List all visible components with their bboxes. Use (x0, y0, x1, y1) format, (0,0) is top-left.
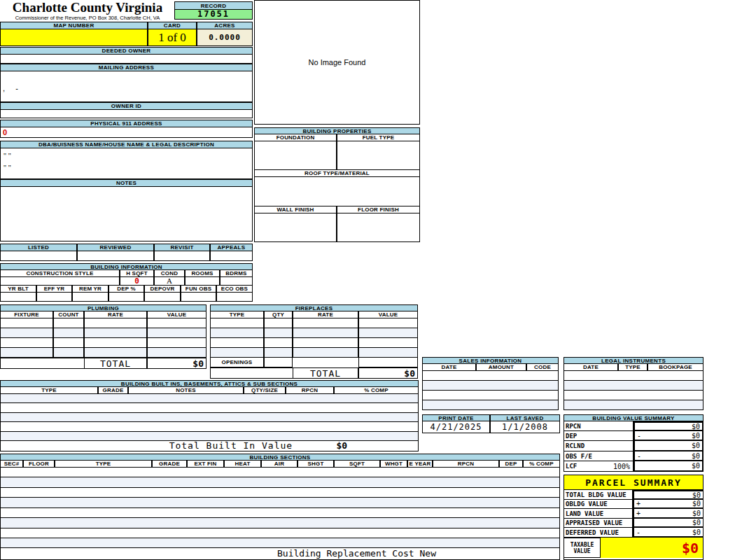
review-header-listed: LISTED (0, 244, 77, 251)
parcel-id-block: MAP NUMBER CARD ACRES 1 of 0 0.0000 (0, 22, 253, 46)
wall-finish-header: WALL FINISH (254, 206, 337, 214)
parcel-row-appraised: APPRAISED VALUE $0 (564, 519, 703, 528)
physical-911-header: PHYSICAL 911 ADDRESS (0, 120, 253, 127)
card-value: 1 of 0 (148, 29, 197, 46)
fireplaces-col-rate: RATE (293, 312, 358, 318)
parcel-value: $0 (692, 510, 701, 517)
no-image-text: No Image Found (309, 58, 366, 66)
funobs-value (181, 293, 216, 302)
county-title: Charlotte County Virginia (1, 1, 174, 15)
fireplaces-openings-value (264, 358, 293, 368)
bvs-value: $0 (692, 442, 700, 449)
depovr-value (144, 293, 181, 302)
bs-col-type: TYPE (55, 461, 152, 468)
dba-header: DBA/BUISNESS NAME/HOUSE NAME & LEGAL DES… (0, 141, 253, 148)
mailing-address-value: , - (0, 71, 253, 102)
plumbing-title: PLUMBING (0, 304, 206, 312)
fireplaces-table: FIREPLACES TYPE QTY RATE VALUE OPENINGS … (210, 304, 418, 379)
table-row (0, 403, 419, 413)
table-row (564, 400, 704, 410)
table-row (0, 538, 560, 548)
legal-col-date: DATE (564, 364, 618, 371)
bvs-value: $0 (692, 462, 700, 470)
table-row (210, 318, 418, 328)
sales-col-date: DATE (422, 364, 476, 371)
fireplaces-total-label: TOTAL (293, 368, 358, 379)
rooms-header: ROOMS (185, 270, 220, 277)
fireplaces-openings-label: OPENINGS (210, 358, 264, 368)
owner-id-value (0, 110, 253, 118)
review-value-revisit (154, 251, 210, 261)
building-sections-title: BUILDING SECTIONS (0, 454, 560, 461)
parcel-value: $0 (692, 500, 701, 507)
built-ins-col-pcomp: % COMP (334, 387, 419, 394)
bs-col-whgt: WHGT (380, 461, 407, 468)
physical-911-value: 0 (0, 127, 253, 138)
mailing-address-header: MAILING ADDRESS (0, 64, 253, 71)
table-row (564, 381, 704, 391)
construction-style-header: CONSTRUCTION STYLE (0, 270, 120, 277)
dba-line: '' '' (4, 162, 252, 174)
parcel-label: LAND VALUE (564, 509, 633, 519)
bdrms-header: BDRMS (220, 270, 253, 277)
built-ins-total-value: $0 (333, 441, 418, 451)
plumbing-total-value: $0 (147, 358, 206, 369)
bs-col-shgt: SHGT (298, 461, 334, 468)
ecoobs-value (216, 293, 253, 302)
bs-col-dep: DEP (499, 461, 523, 468)
table-row (0, 508, 560, 518)
building-value-summary-title: BUILDING VALUE SUMMARY (564, 414, 704, 421)
table-row (0, 488, 560, 498)
review-value-listed (0, 251, 77, 261)
deppct-header: DEP % (108, 286, 144, 293)
taxable-value-label: TAXABLE VALUE (564, 538, 601, 558)
built-ins-col-type: TYPE (0, 387, 98, 394)
sales-col-amount: AMOUNT (476, 364, 526, 371)
yrblt-header: YR BLT (0, 286, 36, 293)
table-row (0, 498, 560, 508)
dba-line: '' '' (4, 150, 252, 162)
plumbing-total-row: TOTAL $0 (0, 358, 206, 369)
bvs-row-lcf: LCF 100% $0 (564, 461, 704, 472)
parcel-row-deferred: DEFERRED VALUE - $0 (564, 528, 703, 538)
built-ins-col-grade: GRADE (98, 387, 128, 394)
sales-col-code: CODE (526, 364, 559, 371)
parcel-row-land: LAND VALUE + $0 (564, 509, 703, 519)
bs-col-sec: SEC# (0, 461, 23, 468)
dba-area: '' '' '' '' (0, 148, 253, 179)
building-sections-footer-row: Building Replacement Cost New (0, 548, 560, 560)
yrblt-value (0, 293, 36, 302)
bs-col-extfin: EXT FIN (187, 461, 224, 468)
table-row (210, 338, 418, 348)
review-value-reviewed (77, 251, 154, 261)
review-header-appeals: APPEALS (210, 244, 253, 251)
building-replacement-cost-label: Building Replacement Cost New (1, 548, 559, 559)
foundation-value (254, 141, 337, 170)
table-row (422, 381, 559, 391)
record-box: RECORD 17051 (174, 1, 253, 20)
deeded-owner-value (0, 55, 253, 64)
roof-value (254, 177, 420, 206)
bs-col-heat: HEAT (224, 461, 261, 468)
record-value: 17051 (174, 10, 253, 20)
built-ins-col-notes: NOTES (128, 387, 244, 394)
bvs-row-rclnd: RCLND $0 (564, 441, 704, 451)
property-photo-placeholder: No Image Found (254, 0, 420, 125)
county-subtitle: Commissioner of the Revenue, PO Box 308,… (1, 15, 174, 21)
fuel-type-header: FUEL TYPE (337, 134, 420, 141)
bvs-row-dep: DEP - $0 (564, 431, 704, 441)
building-properties-title: BUILDING PROPERTIES (254, 127, 420, 134)
parcel-row-total-bldg: TOTAL BLDG VALUE $0 (564, 490, 703, 500)
last-saved-header: LAST SAVED (490, 414, 560, 421)
plumbing-col-rate: RATE (84, 312, 147, 318)
fireplaces-col-type: TYPE (210, 312, 264, 318)
fuel-type-value (337, 141, 420, 170)
building-sections-table: BUILDING SECTIONS SEC# FLOOR TYPE GRADE … (0, 454, 560, 560)
deppct-value (108, 293, 144, 302)
review-header-revisit: REVISIT (154, 244, 210, 251)
floor-finish-header: FLOOR FINISH (337, 206, 420, 214)
legal-instruments-table: LEGAL INSTRUMENTS DATE TYPE BOOKPAGE (564, 357, 704, 410)
print-date-header: PRINT DATE (422, 414, 490, 421)
parcel-label: TOTAL BLDG VALUE (564, 490, 633, 500)
sales-information-table: SALES INFORMATION DATE AMOUNT CODE (422, 357, 559, 410)
